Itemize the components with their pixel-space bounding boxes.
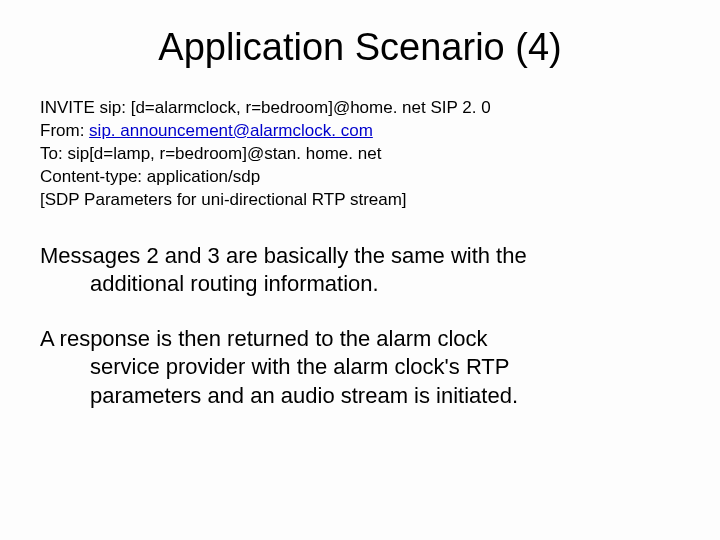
slide: Application Scenario (4) INVITE sip: [d=… — [0, 0, 720, 540]
sip-from-line: From: sip. announcement@alarmclock. com — [40, 120, 680, 143]
sip-to-line: To: sip[d=lamp, r=bedroom]@stan. home. n… — [40, 143, 680, 166]
sip-message-block: INVITE sip: [d=alarmclock, r=bedroom]@ho… — [40, 97, 680, 212]
slide-title: Application Scenario (4) — [40, 26, 680, 69]
paragraph-1-line-1: Messages 2 and 3 are basically the same … — [40, 242, 680, 271]
sip-invite-line: INVITE sip: [d=alarmclock, r=bedroom]@ho… — [40, 97, 680, 120]
paragraph-1: Messages 2 and 3 are basically the same … — [40, 242, 680, 299]
sip-content-type-line: Content-type: application/sdp — [40, 166, 680, 189]
paragraph-2-line-3: parameters and an audio stream is initia… — [40, 382, 680, 411]
paragraph-2-line-1: A response is then returned to the alarm… — [40, 325, 680, 354]
paragraph-2-line-2: service provider with the alarm clock's … — [40, 353, 680, 382]
paragraph-1-line-2: additional routing information. — [40, 270, 680, 299]
paragraph-2: A response is then returned to the alarm… — [40, 325, 680, 411]
sip-sdp-line: [SDP Parameters for uni-directional RTP … — [40, 189, 680, 212]
sip-from-link[interactable]: sip. announcement@alarmclock. com — [89, 121, 373, 140]
sip-from-prefix: From: — [40, 121, 89, 140]
